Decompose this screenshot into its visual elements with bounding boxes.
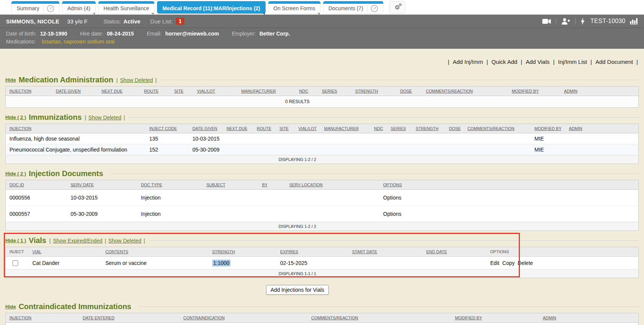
patient-name: SIMMONS, NICOLE xyxy=(6,18,59,25)
col-admin: ADMIN xyxy=(560,87,639,96)
col-expires: EXPIRES xyxy=(277,247,348,257)
patient-id: TEST-10030 xyxy=(590,18,625,25)
col-options: OPTIONS xyxy=(380,180,639,190)
show-deleted-link[interactable]: Show Deleted xyxy=(120,77,153,83)
col-options: OPTIONS xyxy=(487,247,639,257)
col-ndc: NDC xyxy=(370,124,387,133)
tab-summary[interactable]: Summary ↗ xyxy=(11,1,59,14)
col-manufacturer: MANUFACTURER xyxy=(320,124,370,133)
section-rule xyxy=(129,117,639,118)
add-vials-link[interactable]: Add Vials xyxy=(526,59,549,65)
injection-documents-table: DOC ID SERV DATE DOC TYPE SUBJECT BY SER… xyxy=(5,180,639,231)
pipe: | xyxy=(155,77,157,83)
modified-by: MIE xyxy=(531,133,565,144)
show-deleted-link[interactable]: Show Deleted xyxy=(89,115,121,121)
add-document-link[interactable]: Add Document xyxy=(596,59,633,65)
tab-admin[interactable]: Admin (4) xyxy=(62,1,96,14)
vial-name: Cat Dander xyxy=(29,257,102,269)
pipe: | xyxy=(553,59,555,65)
hide-contraindicated-link[interactable]: Hide xyxy=(5,304,16,310)
divider xyxy=(556,18,556,25)
inj-imm-list-link[interactable]: Inj/Imm List xyxy=(558,59,587,65)
col-site: SITE xyxy=(171,87,193,96)
tab-admin-label: Admin (4) xyxy=(67,5,90,11)
lightning-icon[interactable] xyxy=(580,18,585,25)
tab-summary-popout-button[interactable]: ↗ xyxy=(43,5,54,12)
pipe: | xyxy=(448,59,449,65)
video-camera-icon[interactable] xyxy=(542,19,551,24)
tab-health-surveillance[interactable]: Health Surveillance xyxy=(98,1,155,14)
section-rule xyxy=(149,240,639,241)
col-comments-reaction: COMMENTS/REACTION xyxy=(422,87,508,96)
bar-chart-icon[interactable] xyxy=(630,18,638,25)
col-next-due: NEXT DUE xyxy=(98,87,140,96)
add-injections-for-vials-button[interactable]: Add Injections for Vials xyxy=(266,285,329,295)
doc-type: Injection xyxy=(137,206,203,222)
quick-add-link[interactable]: Quick Add xyxy=(492,59,517,65)
mar-injections-page: Summary ↗ Admin (4) Health Surveillance … xyxy=(0,0,644,325)
contraindicated-title: Contraindicated Immunizations xyxy=(19,302,131,311)
pipe: | xyxy=(105,238,106,244)
tab-documents-popout-button[interactable]: ↗ xyxy=(367,5,378,12)
copy-link[interactable]: Copy xyxy=(502,260,515,266)
options-menu[interactable]: Options xyxy=(380,190,639,206)
tab-on-screen-forms-label: On Screen Forms xyxy=(274,5,315,11)
col-modified-by: MODIFIED BY xyxy=(531,124,565,133)
hide-injection-documents-link[interactable]: Hide ( 2 ) xyxy=(5,171,26,176)
hide-vials-link[interactable]: Hide ( 1 ) xyxy=(5,238,26,243)
col-inject-code: INJECT CODE xyxy=(146,124,189,133)
hide-immunizations-link[interactable]: Hide ( 2 ) xyxy=(5,115,26,120)
medications-value[interactable]: losartan, naproxen sodium oral xyxy=(42,39,114,45)
col-date-given: DATE GIVEN xyxy=(189,124,223,133)
injection-documents-title: Injection Documents xyxy=(29,169,103,178)
doc-id[interactable]: 0000556 xyxy=(6,190,67,206)
paging-status: DISPLAYING 1-2 / 2 xyxy=(6,155,639,164)
injection-documents-section: Hide ( 2 ) Injection Documents DOC ID SE… xyxy=(5,169,639,231)
serv-date: 10-03-2015 xyxy=(67,190,137,206)
contraindicated-table: INJECTION DATE ENTERED CONTRAINDICATION … xyxy=(5,313,639,325)
pipe: | xyxy=(49,238,51,244)
email-value: horner@mieweb.com xyxy=(165,31,219,37)
tab-documents-label: Documents (7) xyxy=(328,5,363,11)
col-injection: INJECTION xyxy=(6,87,52,96)
tab-medical-record[interactable]: Medical Record (11):MAR/Injections (2) xyxy=(157,1,265,14)
modified-by: MIE xyxy=(531,144,565,155)
action-links-row: | Add Inj/Imm | Quick Add | Add Vials | … xyxy=(5,49,639,70)
pipe: | xyxy=(117,77,118,83)
tab-on-screen-forms[interactable]: On Screen Forms xyxy=(268,1,320,14)
tab-summary-label: Summary xyxy=(17,5,39,11)
inject-code: 135 xyxy=(146,133,189,144)
popout-icon: ↗ xyxy=(47,5,54,12)
col-doc-type: DOC TYPE xyxy=(137,180,203,190)
options-menu[interactable]: Options xyxy=(380,206,639,222)
col-subject: SUBJECT xyxy=(203,180,258,190)
pipe: | xyxy=(143,238,145,244)
show-expired-ended-link[interactable]: Show Expired/Ended xyxy=(53,238,103,244)
doc-id[interactable]: 0000557 xyxy=(6,206,67,222)
vial-contents: Serum or vaccine xyxy=(102,257,208,269)
pipe: | xyxy=(636,59,638,65)
col-vial-lot: VIAL/LOT xyxy=(193,87,238,96)
edit-link[interactable]: Edit xyxy=(490,260,499,266)
delete-link[interactable]: Delete xyxy=(518,260,533,266)
pipe: | xyxy=(85,115,86,121)
doc-type: Injection xyxy=(137,190,203,206)
hide-med-admin-link[interactable]: Hide xyxy=(5,77,16,83)
add-inj-imm-link[interactable]: Add Inj/Imm xyxy=(453,59,483,65)
due-list-count-badge[interactable]: 1 xyxy=(176,18,184,25)
person-add-icon[interactable] xyxy=(561,18,570,25)
employer-value: Better Corp. xyxy=(260,31,290,37)
show-deleted-link[interactable]: Show Deleted xyxy=(108,238,141,244)
section-rule xyxy=(160,80,639,80)
patient-demographics-bar: Date of birth: 12-18-1990 Hire date: 08-… xyxy=(0,28,644,49)
employer-field: Employer: Better Corp. xyxy=(232,31,290,37)
inject-code: 152 xyxy=(146,144,189,155)
col-admin: ADMIN xyxy=(539,313,639,323)
pipe: | xyxy=(591,59,592,65)
tab-settings-button[interactable]: ⚙ ⚙ xyxy=(389,1,405,14)
vial-inject-checkbox[interactable] xyxy=(12,260,18,266)
col-series: SERIES xyxy=(387,124,412,133)
vial-options: Edit Copy Delete xyxy=(487,257,639,269)
tab-documents[interactable]: Documents (7) ↗ xyxy=(323,1,383,14)
pipe: | xyxy=(521,59,522,65)
